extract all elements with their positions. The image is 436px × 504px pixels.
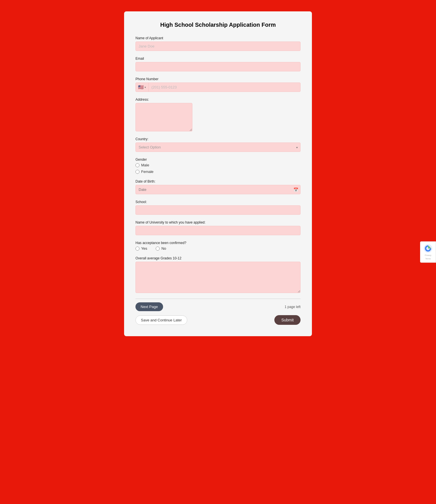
- email-field-group: Email: [135, 57, 301, 71]
- acceptance-yes-radio[interactable]: [135, 247, 139, 251]
- form-title: High School Scholarship Application Form: [135, 22, 301, 28]
- gender-field-group: Gender Male Female: [135, 158, 301, 174]
- address-input[interactable]: [135, 103, 192, 131]
- school-label: School:: [135, 200, 301, 204]
- recaptcha-terms-text: Terms: [425, 258, 431, 260]
- address-field-group: Address:: [135, 98, 301, 131]
- form-card: High School Scholarship Application Form…: [124, 11, 312, 336]
- gender-female-radio[interactable]: [135, 170, 139, 174]
- school-field-group: School:: [135, 200, 301, 215]
- recaptcha-badge: Privacy Terms: [420, 241, 436, 263]
- gender-male-radio[interactable]: [135, 163, 139, 167]
- gender-male-option[interactable]: Male: [135, 163, 301, 167]
- name-label: Name of Applicant: [135, 36, 301, 40]
- grades-label: Overall average Grades 10-12: [135, 256, 301, 260]
- university-input[interactable]: [135, 226, 301, 235]
- phone-chevron-icon: ▾: [145, 86, 146, 89]
- next-page-button[interactable]: Next Page: [135, 302, 163, 311]
- email-input[interactable]: [135, 62, 301, 71]
- phone-wrapper: 🇺🇸 ▾: [135, 82, 301, 92]
- acceptance-no-option[interactable]: No: [156, 246, 166, 251]
- address-label: Address:: [135, 98, 301, 102]
- dob-label: Date of Birth:: [135, 179, 301, 183]
- email-label: Email: [135, 57, 301, 61]
- phone-flag-selector[interactable]: 🇺🇸 ▾: [136, 83, 149, 92]
- acceptance-field-group: Has acceptance been confirmed? Yes No: [135, 241, 301, 251]
- phone-label: Phone Number: [135, 77, 301, 81]
- university-label: Name of University to which you have app…: [135, 220, 301, 224]
- acceptance-no-label: No: [161, 246, 166, 251]
- grades-field-group: Overall average Grades 10-12: [135, 256, 301, 293]
- submit-button[interactable]: Submit: [274, 315, 301, 325]
- school-input[interactable]: [135, 205, 301, 215]
- acceptance-no-radio[interactable]: [156, 247, 160, 251]
- university-field-group: Name of University to which you have app…: [135, 220, 301, 235]
- gender-male-label: Male: [141, 163, 149, 167]
- name-field-group: Name of Applicant: [135, 36, 301, 51]
- pagination-row: Next Page 1 page left: [135, 302, 301, 311]
- save-later-button[interactable]: Save and Continue Later: [135, 315, 187, 325]
- gender-female-option[interactable]: Female: [135, 170, 301, 174]
- acceptance-label: Has acceptance been confirmed?: [135, 241, 301, 245]
- phone-field-group: Phone Number 🇺🇸 ▾: [135, 77, 301, 92]
- phone-input[interactable]: [149, 83, 300, 92]
- recaptcha-privacy-text: Privacy: [425, 254, 431, 257]
- page-left-text: 1 page left: [285, 305, 301, 309]
- grades-input[interactable]: [135, 262, 301, 293]
- country-select-wrapper: Select Option ▾: [135, 142, 301, 152]
- country-select[interactable]: Select Option: [135, 142, 301, 152]
- flag-emoji: 🇺🇸: [138, 84, 144, 90]
- acceptance-radio-row: Yes No: [135, 246, 301, 251]
- recaptcha-logo-icon: [423, 244, 433, 253]
- country-field-group: Country: Select Option ▾: [135, 137, 301, 152]
- dob-input[interactable]: [135, 185, 301, 194]
- name-input[interactable]: [135, 42, 301, 51]
- country-label: Country:: [135, 137, 301, 141]
- bottom-row: Save and Continue Later Submit: [135, 315, 301, 325]
- gender-label: Gender: [135, 158, 301, 162]
- gender-female-label: Female: [141, 170, 153, 174]
- dob-field-group: Date of Birth: 📅: [135, 179, 301, 194]
- acceptance-yes-option[interactable]: Yes: [135, 246, 147, 251]
- page-wrapper: High School Scholarship Application Form…: [0, 11, 436, 493]
- gender-radio-group: Male Female: [135, 163, 301, 174]
- form-divider: [135, 299, 301, 299]
- acceptance-yes-label: Yes: [141, 246, 147, 251]
- dob-wrapper: 📅: [135, 185, 301, 194]
